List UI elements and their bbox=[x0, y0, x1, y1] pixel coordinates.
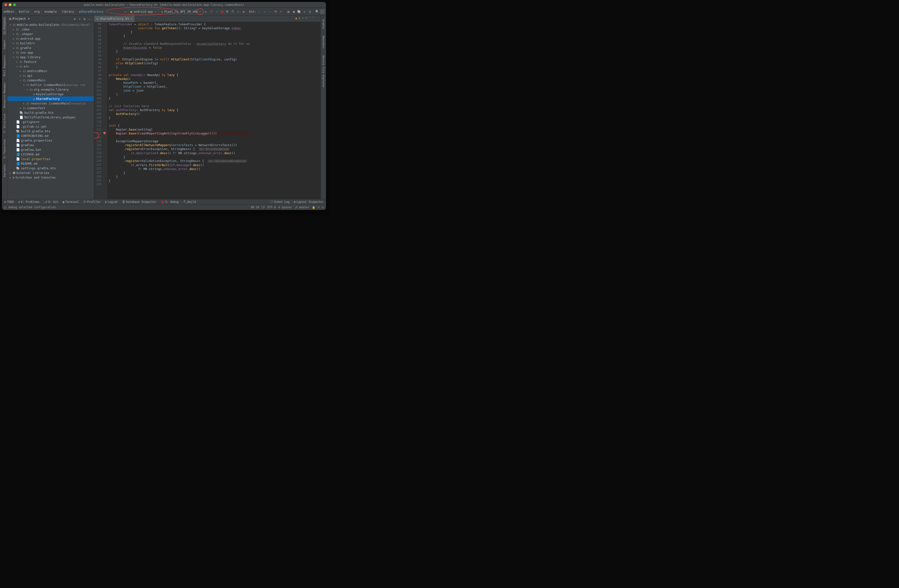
close-window[interactable] bbox=[5, 3, 7, 6]
sync-icon[interactable]: 🐘 bbox=[297, 9, 301, 14]
tree-item[interactable]: 🐘build.gradle.kts bbox=[7, 110, 94, 115]
rollback-icon[interactable]: ↶ bbox=[278, 9, 283, 14]
tree-item[interactable]: ▸⬢External Libraries bbox=[7, 170, 94, 175]
tree-item[interactable]: 🐘settings.gradle.kts bbox=[7, 166, 94, 170]
lock-icon[interactable]: 🔒 bbox=[312, 205, 315, 209]
tree-item[interactable]: ▾🗀commonMain bbox=[7, 78, 94, 83]
vcs-update-icon[interactable]: ↙ bbox=[257, 9, 262, 14]
project-view-selector[interactable]: Project ▾ bbox=[13, 17, 30, 20]
side-variants[interactable]: Variants bbox=[3, 163, 6, 178]
encoding[interactable]: UTF-8 bbox=[267, 205, 276, 209]
tree-item[interactable]: ▾🗀org.example.library bbox=[7, 87, 94, 92]
tree-item[interactable]: ▸🗀resources [commonMain] resource bbox=[7, 101, 94, 106]
tree-item[interactable]: 📘LICENSE.md bbox=[7, 152, 94, 157]
app-inspection-icon[interactable]: ◫ bbox=[307, 9, 312, 14]
vcs-commit-icon[interactable]: ✔ bbox=[262, 9, 267, 14]
coverage-icon[interactable]: ⛨ bbox=[225, 9, 230, 14]
inspection-widget[interactable]: ▲ 1 ✔ 3 ˆ ˇ bbox=[295, 17, 314, 20]
vcs-push-icon[interactable]: ↗ bbox=[267, 9, 272, 14]
bottom-profiler[interactable]: ⏱ Profiler bbox=[83, 200, 100, 204]
side-emulator[interactable]: Emulator bbox=[322, 35, 325, 50]
side-project[interactable]: 1: Project bbox=[3, 17, 6, 35]
indent[interactable]: 4 spaces bbox=[278, 205, 292, 209]
tree-item[interactable]: 📄.gitignore bbox=[7, 120, 94, 124]
breadcrumb[interactable]: kotlin〉 bbox=[19, 9, 34, 14]
side-resource-manager[interactable]: Resource Manager bbox=[3, 81, 6, 109]
caret-position[interactable]: 80:18 bbox=[251, 205, 259, 209]
device-icon[interactable]: ▯ bbox=[302, 9, 307, 14]
history-icon[interactable]: ⟲ bbox=[273, 9, 278, 14]
editor-tab[interactable]: ◎ SharedFactory.kt × bbox=[94, 15, 135, 22]
tree-item[interactable]: ▾🗀mpp-library bbox=[7, 55, 94, 59]
bottom-layout-inspector[interactable]: ⊞ Layout Inspector bbox=[294, 200, 324, 204]
minimize-window[interactable] bbox=[9, 3, 11, 6]
tree-item[interactable]: 🐘build.gradle.kts bbox=[7, 129, 94, 133]
tree-item[interactable]: ▸🗀commonTest bbox=[7, 106, 94, 110]
settings-gear-icon[interactable]: ⚙ bbox=[83, 17, 87, 20]
tree-item[interactable]: 📘CONTRIBUTING.md bbox=[7, 133, 94, 138]
breadcrumb[interactable]: org〉 bbox=[34, 9, 44, 14]
select-opened-file-icon[interactable]: ⊕ bbox=[74, 17, 77, 20]
breadcrumb[interactable]: example〉 bbox=[44, 9, 61, 14]
side-device-file-explorer[interactable]: Device File Explorer bbox=[322, 54, 325, 89]
tree-item[interactable]: ▸🗀api bbox=[7, 73, 94, 78]
close-tab-icon[interactable]: × bbox=[131, 17, 133, 20]
tree-item[interactable]: 📄gradlew.bat bbox=[7, 147, 94, 152]
tree-item[interactable]: ▸🗀feature bbox=[7, 59, 94, 64]
hide-icon[interactable]: — bbox=[88, 17, 92, 20]
tree-item[interactable]: ▾🗀kotlin [commonMain] sources roo bbox=[7, 83, 94, 87]
profile-icon[interactable]: ⏱ bbox=[230, 9, 235, 14]
bottom-todo[interactable]: ≡ TODO bbox=[5, 200, 14, 204]
memory-icon[interactable]: ☺ bbox=[318, 205, 320, 209]
tree-item[interactable]: ▸🗀android-app bbox=[7, 36, 94, 41]
stop-icon[interactable]: ■ bbox=[241, 9, 246, 14]
tree-item[interactable]: ▸🗀.shaper bbox=[7, 32, 94, 36]
tree-item[interactable]: ▾🗀src bbox=[7, 64, 94, 69]
run-icon[interactable]: ▶ bbox=[204, 9, 209, 14]
bottom-git[interactable]: ⎇ 9: Git bbox=[44, 200, 59, 204]
tree-item[interactable]: ▸🗀androidMain bbox=[7, 69, 94, 73]
tree-item[interactable]: 📘README.md bbox=[7, 161, 94, 166]
bottom-terminal[interactable]: ▣ Terminal bbox=[63, 200, 79, 204]
tree-item[interactable]: ▸🗀.idea bbox=[7, 27, 94, 32]
tree-item[interactable]: ▸⊞Scratches and Consoles bbox=[7, 175, 94, 180]
breakpoint-gutter[interactable] bbox=[103, 22, 107, 199]
tree-item[interactable]: 📄.gitlab-ci.yml bbox=[7, 124, 94, 129]
tree-item[interactable]: 📄gradlew bbox=[7, 143, 94, 147]
side-gradle[interactable]: Gradle bbox=[322, 18, 325, 30]
debug-icon[interactable]: 🐞 bbox=[220, 9, 225, 14]
sdk-icon[interactable]: ▦ bbox=[291, 9, 296, 14]
side-commit[interactable]: Commit bbox=[3, 39, 6, 51]
side-structure[interactable]: 7: Structure bbox=[3, 113, 6, 134]
breadcrumb[interactable]: ◎ SharedFactory bbox=[79, 10, 103, 13]
side-favorites[interactable]: 2: Favorites bbox=[3, 138, 6, 159]
attach-icon[interactable]: ❉ bbox=[236, 9, 241, 14]
tree-item[interactable]: 📄local.properties bbox=[7, 157, 94, 161]
tree-item[interactable]: ▸🗀gradle bbox=[7, 46, 94, 50]
project-tree[interactable]: ▾🗀mobile-moko-boilerplate ~/Documents/de… bbox=[7, 22, 94, 199]
code-area[interactable]: tokenProvider = object : TokenFeature.To… bbox=[107, 22, 250, 199]
bottom-problems[interactable]: ⊘ 6: Problems bbox=[18, 200, 39, 204]
bottom-debug[interactable]: 🐞 5: Debug bbox=[161, 200, 179, 204]
tree-item[interactable]: 📄gradle.properties bbox=[7, 138, 94, 143]
tree-item[interactable]: 📄MultiPlatformLibrary.podspec bbox=[7, 115, 94, 120]
bottom-build[interactable]: 🔨 Build bbox=[183, 200, 196, 204]
tree-item[interactable]: ▸🗀buildSrc bbox=[7, 41, 94, 46]
tree-item[interactable]: ▾🗀mobile-moko-boilerplate ~/Documents/de… bbox=[7, 22, 94, 27]
git-branch[interactable]: ⎇ master bbox=[294, 205, 309, 209]
maximize-window[interactable] bbox=[13, 3, 16, 6]
breadcrumb[interactable]: library〉 bbox=[62, 9, 79, 14]
apply-changes-icon[interactable]: ⟲ bbox=[209, 9, 214, 14]
user-icon[interactable] bbox=[320, 9, 324, 14]
bottom-event-log[interactable]: ⓘ Event Log bbox=[270, 200, 289, 204]
tool-window-toggle-icon[interactable]: ◱ bbox=[5, 205, 6, 209]
breadcrumb[interactable]: onMain〉 bbox=[3, 9, 18, 14]
apply-code-icon[interactable]: ≡ bbox=[215, 9, 219, 14]
tree-item[interactable]: ◎SharedFactory bbox=[7, 96, 94, 101]
ide-status-icon[interactable]: ☹ bbox=[322, 205, 324, 209]
search-icon[interactable]: 🔍 bbox=[315, 9, 320, 14]
bottom-db[interactable]: 🗄 Database Inspector bbox=[122, 200, 157, 204]
tree-item[interactable]: ◎KeyValueStorage bbox=[7, 92, 94, 96]
avd-icon[interactable]: ▤ bbox=[286, 9, 291, 14]
breakpoint-icon[interactable] bbox=[103, 132, 106, 134]
